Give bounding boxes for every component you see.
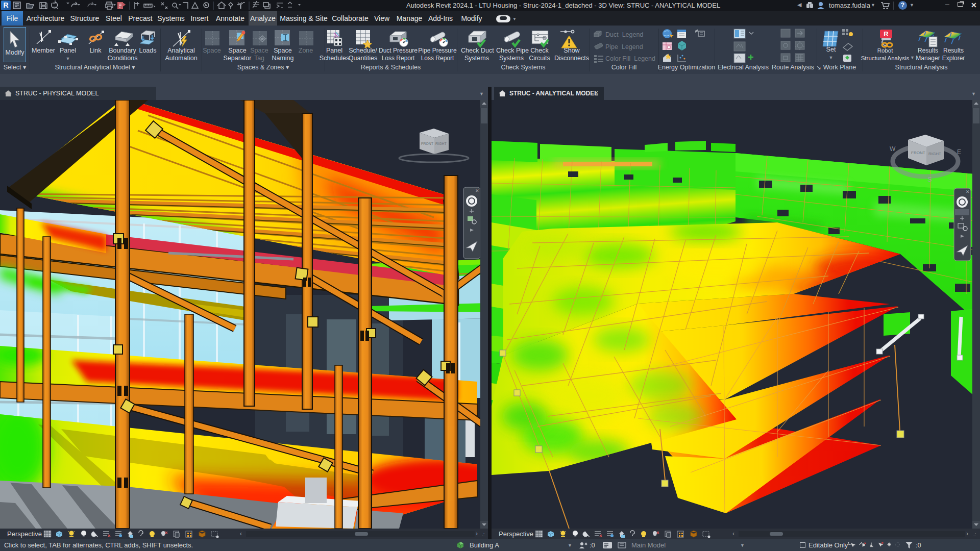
svg-text:R: R — [884, 30, 889, 38]
svg-text:W: W — [890, 145, 896, 153]
svg-text:FRONT: FRONT — [911, 151, 925, 155]
svg-text:✕: ✕ — [966, 189, 970, 194]
svg-text:RIGHT: RIGHT — [435, 142, 447, 145]
svg-text:✕: ✕ — [475, 188, 479, 193]
svg-text:RIGHT: RIGHT — [928, 152, 941, 156]
svg-text:S: S — [927, 176, 932, 183]
svg-text:E: E — [957, 148, 961, 156]
svg-text:FRONT: FRONT — [421, 142, 434, 145]
